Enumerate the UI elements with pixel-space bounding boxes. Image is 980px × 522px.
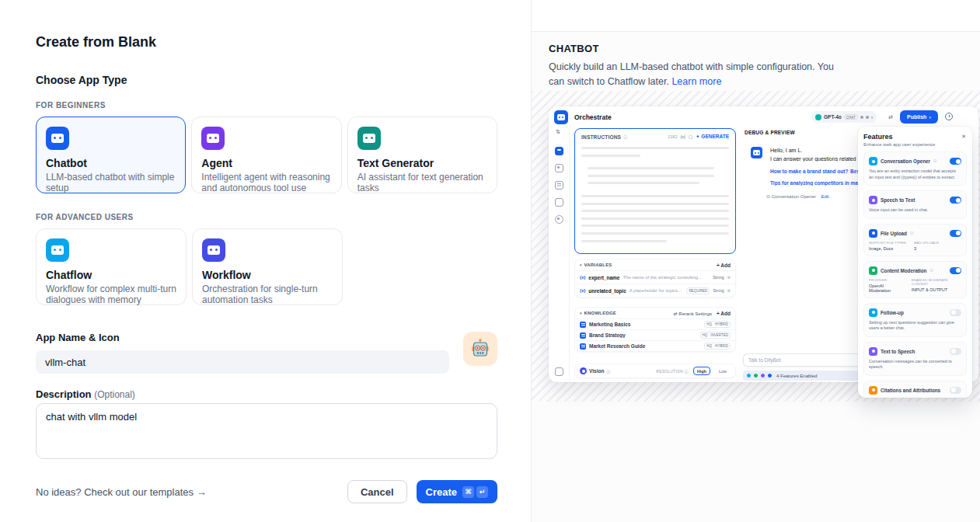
pv-model-selector: GPT-4o CHAT ▾ <box>811 111 877 123</box>
dataset-icon <box>580 343 586 350</box>
choose-app-type-label: Choose App Type <box>36 74 497 86</box>
description-textarea[interactable]: chat with vllm model <box>36 403 497 459</box>
pv-sidebar: ⇅ <box>549 127 570 382</box>
app-type-title: Agent <box>201 157 331 169</box>
variables-actions: + Add <box>717 263 731 268</box>
create-button[interactable]: Create ⌘ ↵ <box>417 480 497 503</box>
feature-toggle <box>950 387 961 394</box>
knowledge-label: KNOWLEDGE <box>584 311 616 315</box>
bot-glyph-icon <box>51 245 64 255</box>
app-type-card[interactable]: Agent Intelligent agent with reasoning a… <box>191 117 341 193</box>
info-icon: ⓘ <box>684 369 688 374</box>
app-icon-picker[interactable] <box>463 332 497 366</box>
sidebar-app-icon <box>555 147 563 155</box>
feature-dot-icon <box>746 373 752 378</box>
chat-greeting-line2: I can answer your questions related <box>770 156 867 162</box>
history-icon <box>945 113 953 120</box>
info-icon: ⓘ <box>929 269 933 273</box>
info-icon: ⓘ <box>606 369 610 374</box>
app-type-icon <box>201 127 225 150</box>
arrow-right-icon: → <box>197 486 207 498</box>
variable-name: expert_name <box>588 275 619 280</box>
knowledge-actions: ⇄ Rerank Settings + Add <box>674 311 731 316</box>
app-type-card[interactable]: Chatflow Workflow for complex multi-turn… <box>36 228 187 305</box>
pv-app-title: Orchestrate <box>574 113 612 121</box>
close-icon: ✕ <box>961 134 966 140</box>
create-button-label: Create <box>426 486 457 498</box>
feature-kv: SUPPORT FILE TYPES Image, Docs MAX UPLOA… <box>869 241 961 251</box>
app-type-card[interactable]: Workflow Orchestration for single-turn a… <box>192 228 343 305</box>
variable-desc: A placeholder for topics... <box>630 288 684 293</box>
resolution-high-chip: High <box>693 367 710 375</box>
gear-icon: ⚙ <box>727 275 731 280</box>
variable-name: unrelated_topic <box>588 288 626 294</box>
feature-dot-icon <box>753 373 759 378</box>
knowledge-tag: HQ · HYBRID <box>704 321 731 328</box>
shortcut-keycaps: ⌘ ↵ <box>462 486 488 498</box>
chat-bot-avatar <box>751 147 762 158</box>
feature-kv-col: SUPPORT FILE TYPES Image, Docs <box>869 241 906 251</box>
app-type-card[interactable]: Chatbot LLM-based chatbot with simple se… <box>36 117 186 193</box>
feature-row: Citations and Attributions <box>869 386 961 395</box>
copy-icon: ▢ <box>689 134 692 139</box>
instructions-actions: 2182 {x} ▢ ✦ GENERATE <box>668 134 729 140</box>
app-name-input[interactable] <box>36 350 449 374</box>
variable-type: String <box>713 288 724 293</box>
feature-icon <box>869 386 877 395</box>
templates-link[interactable]: No ideas? Check out our templates → <box>36 486 207 498</box>
feature-toggle <box>950 197 961 204</box>
app-type-desc: Intelligent agent with reasoning and aut… <box>201 172 331 194</box>
features-enabled-label: 4 Features Enabled <box>776 374 817 378</box>
feature-title: Citations and Attributions <box>881 388 940 393</box>
bot-glyph-icon <box>557 114 565 120</box>
dialog-footer: No ideas? Check out our templates → Canc… <box>36 480 497 503</box>
feature-title: Text to Speech <box>881 349 915 354</box>
app-type-desc: AI assistant for text generation tasks <box>357 172 487 194</box>
footer-buttons: Cancel Create ⌘ ↵ <box>347 480 497 503</box>
bot-glyph-icon <box>207 134 219 143</box>
debug-preview-label: DEBUG & PREVIEW <box>745 130 795 135</box>
learn-more-link[interactable]: Learn more <box>671 76 721 87</box>
edit-link: Edit <box>821 194 828 199</box>
add-variable-button: + Add <box>717 263 731 268</box>
knowledge-row: Brand Strategy HQ · INVERTED <box>575 329 735 340</box>
feature-icon <box>869 229 877 238</box>
features-list: Conversation Opener ⓘ You are an entity … <box>863 151 967 398</box>
pv-app-icon <box>554 110 568 124</box>
feature-card: Citations and Attributions Show source d… <box>863 381 967 398</box>
instructions-panel: INSTRUCTIONS ⓘ 2182 {x} ▢ ✦ GENERATE <box>574 128 736 254</box>
app-type-desc: Orchestration for single-turn automation… <box>202 284 333 306</box>
page-title: Create from Blank <box>36 34 497 50</box>
kv-label: MAX UPLOADS <box>914 241 939 245</box>
sort-icon: ⇅ <box>556 129 560 135</box>
chat-suggestion-1: How to make a brand stand out? <box>770 169 862 174</box>
app-type-card[interactable]: Text Generator AI assistant for text gen… <box>347 117 497 193</box>
app-type-icon <box>202 238 225 262</box>
variable-desc: The name of the strategic consulting... <box>623 275 710 280</box>
feature-row: Follow-up <box>869 308 961 317</box>
feature-card: Follow-up Setting up next questions sugg… <box>863 303 967 337</box>
opener-icon: ⊙ <box>766 194 770 199</box>
bot-glyph-icon <box>208 245 220 255</box>
feature-dot-icon <box>760 373 766 378</box>
variable-icon: {x} <box>580 275 585 280</box>
feature-icon <box>869 196 877 204</box>
vision-label: Vision <box>589 368 604 374</box>
cancel-button[interactable]: Cancel <box>347 480 407 503</box>
app-type-title: Workflow <box>202 269 333 281</box>
variable-row: {x} expert_name The name of the strategi… <box>575 270 735 284</box>
features-header: Features Enhance web app user experience… <box>863 133 967 147</box>
instructions-label: INSTRUCTIONS <box>581 134 621 140</box>
chevron-down-icon: ▾ <box>871 115 874 120</box>
knowledge-name: Brand Strategy <box>589 332 697 338</box>
app-type-desc: LLM-based chatbot with simple setup <box>46 172 176 194</box>
variables-list: {x} expert_name The name of the strategi… <box>575 270 735 297</box>
chat-suggestion-2: Tips for analyzing competitors in marke <box>770 180 863 186</box>
feature-title: Content Moderation <box>881 268 926 273</box>
feature-title: Conversation Opener <box>881 158 930 164</box>
features-panel: Features Enhance web app user experience… <box>858 127 972 398</box>
cmd-key-icon: ⌘ <box>462 486 474 498</box>
app-type-preview-panel: CHATBOT Quickly build an LLM-based chatb… <box>531 0 980 522</box>
knowledge-name: Marketing Basics <box>589 322 701 327</box>
variable-icon: {x} <box>580 288 585 293</box>
